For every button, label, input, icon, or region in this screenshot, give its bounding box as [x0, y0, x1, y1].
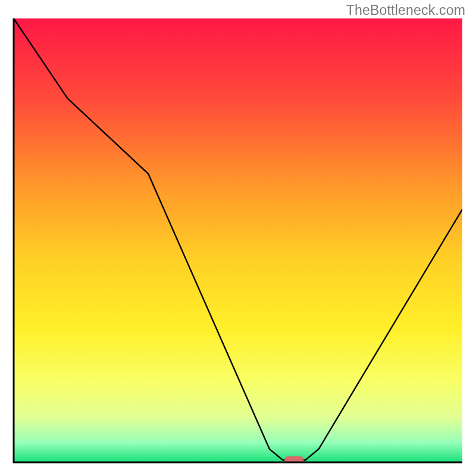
watermark-text: TheBottleneck.com [346, 2, 465, 18]
chart-container: TheBottleneck.com [0, 0, 476, 476]
gradient-background [14, 18, 462, 462]
bottleneck-chart [0, 0, 476, 476]
